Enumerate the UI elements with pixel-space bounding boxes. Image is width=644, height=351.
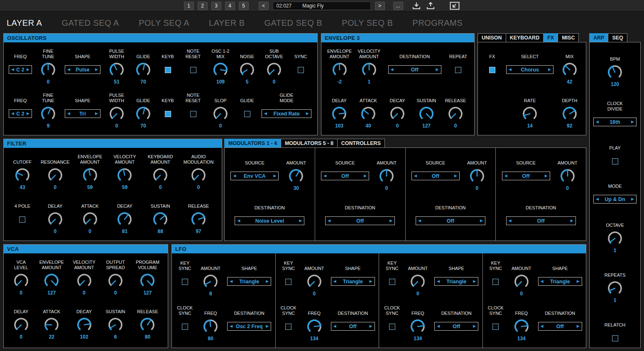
layer-a-tab[interactable]: LAYER A xyxy=(7,18,42,28)
glide-mode-select[interactable]: ◀Fixed Rate▶ xyxy=(262,109,311,118)
destination-select[interactable]: ◀Off▶ xyxy=(325,216,395,225)
decrement-icon[interactable]: ◀ xyxy=(333,280,336,283)
destination-select[interactable]: ◀Off▶ xyxy=(434,322,478,331)
destination-select[interactable]: ◀Off▶ xyxy=(331,322,375,331)
attack-knob[interactable] xyxy=(359,105,377,123)
increment-icon[interactable]: ▶ xyxy=(95,112,98,115)
keyb-checkbox[interactable] xyxy=(165,67,171,73)
arp-tab[interactable]: ARP xyxy=(589,33,608,42)
decrement-icon[interactable]: ◀ xyxy=(230,280,233,283)
upload-button[interactable] xyxy=(426,2,436,10)
decrement-icon[interactable]: ◀ xyxy=(333,324,336,328)
octave-knob[interactable] xyxy=(606,229,624,248)
decrement-icon[interactable]: ◀ xyxy=(437,324,440,328)
increment-icon[interactable]: ▶ xyxy=(299,219,302,223)
vca-level-knob[interactable] xyxy=(12,272,30,290)
fx-tab[interactable]: FX xyxy=(543,33,558,42)
play-checkbox[interactable] xyxy=(612,158,618,164)
increment-icon[interactable]: ▶ xyxy=(273,174,276,178)
sub-octave-knob[interactable] xyxy=(265,61,283,79)
repeats-knob[interactable] xyxy=(606,279,624,297)
freq-knob[interactable] xyxy=(201,317,220,336)
increment-icon[interactable]: ▶ xyxy=(27,68,29,71)
destination-select[interactable]: ◀Off▶ xyxy=(538,322,582,331)
clock-sync-checkbox[interactable] xyxy=(389,324,395,330)
decrement-icon[interactable]: ◀ xyxy=(11,68,14,71)
note-reset-checkbox[interactable] xyxy=(190,67,196,73)
velocity-amount-knob[interactable] xyxy=(115,166,134,184)
layer-b-tab[interactable]: LAYER B xyxy=(209,18,245,28)
decrement-icon[interactable]: ◀ xyxy=(230,324,233,328)
clock-divide-select[interactable]: ◀16th▶ xyxy=(593,118,637,126)
increment-icon[interactable]: ▶ xyxy=(306,112,309,115)
page-5-button[interactable]: 5 xyxy=(239,2,249,10)
increment-icon[interactable]: ▶ xyxy=(95,68,98,71)
shape-select[interactable]: ◀Triangle▶ xyxy=(538,277,582,286)
decrement-icon[interactable]: ◀ xyxy=(264,112,267,115)
select-select[interactable]: ◀Chorus▶ xyxy=(506,65,553,74)
fine-tune-knob[interactable] xyxy=(39,61,57,79)
decrement-icon[interactable]: ◀ xyxy=(504,174,507,178)
release-knob[interactable] xyxy=(189,210,208,228)
key-sync-checkbox[interactable] xyxy=(285,279,291,285)
audio-modulation-knob[interactable] xyxy=(189,166,208,184)
increment-icon[interactable]: ▶ xyxy=(473,280,476,283)
freq-knob[interactable] xyxy=(305,317,323,336)
decrement-icon[interactable]: ◀ xyxy=(414,174,417,178)
note-reset-checkbox[interactable] xyxy=(190,111,196,117)
source-select[interactable]: ◀Off▶ xyxy=(321,172,369,180)
page-3-button[interactable]: 3 xyxy=(211,2,221,10)
amount-knob[interactable] xyxy=(468,167,486,185)
shape-select[interactable]: ◀Tri▶ xyxy=(65,109,100,118)
source-select[interactable]: ◀Off▶ xyxy=(411,172,460,180)
gated-seq-b-tab[interactable]: GATED SEQ B xyxy=(264,18,323,28)
amount-knob[interactable] xyxy=(305,272,323,291)
decrement-icon[interactable]: ◀ xyxy=(596,197,599,201)
source-select[interactable]: ◀Env VCA▶ xyxy=(230,172,279,180)
amount-knob[interactable] xyxy=(377,167,396,185)
keyboard-panel-button[interactable] xyxy=(449,2,460,10)
pulse-width-knob[interactable] xyxy=(108,105,126,123)
osc-1-2-mix-knob[interactable] xyxy=(211,61,230,79)
rate-knob[interactable] xyxy=(521,105,539,123)
mix-knob[interactable] xyxy=(561,61,579,79)
key-sync-checkbox[interactable] xyxy=(182,279,188,285)
clock-sync-checkbox[interactable] xyxy=(182,324,188,330)
destination-select[interactable]: ◀Off▶ xyxy=(416,216,485,225)
depth-knob[interactable] xyxy=(561,105,579,123)
source-select[interactable]: ◀Off▶ xyxy=(502,172,550,180)
bpm-knob[interactable] xyxy=(606,63,624,81)
decrement-icon[interactable]: ◀ xyxy=(11,112,14,115)
envelope-amount-knob[interactable] xyxy=(42,272,61,290)
velocity-amount-knob[interactable] xyxy=(75,272,93,290)
decrement-icon[interactable]: ◀ xyxy=(233,174,236,178)
decrement-icon[interactable]: ◀ xyxy=(509,219,512,223)
increment-icon[interactable]: ▶ xyxy=(577,280,580,283)
page-1-button[interactable]: 1 xyxy=(184,2,194,10)
increment-icon[interactable]: ▶ xyxy=(266,324,269,328)
modulators-5-8-tab[interactable]: MODULATORS 5 - 8 xyxy=(281,139,338,148)
decrement-icon[interactable]: ◀ xyxy=(541,324,544,328)
decrement-icon[interactable]: ◀ xyxy=(67,68,70,71)
controllers-tab[interactable]: CONTROLLERS xyxy=(337,139,385,148)
release-knob[interactable] xyxy=(138,316,157,334)
repeat-checkbox[interactable] xyxy=(455,67,461,73)
shape-select[interactable]: ◀Triangle▶ xyxy=(331,277,375,286)
poly-seq-a-tab[interactable]: POLY SEQ A xyxy=(139,18,189,28)
increment-icon[interactable]: ▶ xyxy=(480,219,483,223)
mode-select[interactable]: ◀Up & Dn▶ xyxy=(593,195,637,204)
key-sync-checkbox[interactable] xyxy=(389,279,395,285)
amount-knob[interactable] xyxy=(409,272,427,291)
sustain-knob[interactable] xyxy=(106,316,125,334)
amount-knob[interactable] xyxy=(558,167,577,185)
envelope-amount-knob[interactable] xyxy=(81,166,99,184)
freq-select[interactable]: ◀C 2▶ xyxy=(9,65,32,74)
key-sync-checkbox[interactable] xyxy=(492,279,499,285)
decrement-icon[interactable]: ◀ xyxy=(596,120,599,124)
more-button[interactable]: ... xyxy=(393,2,403,10)
shape-select[interactable]: ◀Triangle▶ xyxy=(227,277,271,286)
increment-icon[interactable]: ▶ xyxy=(548,68,551,71)
glide-checkbox[interactable] xyxy=(244,111,250,117)
destination-select[interactable]: ◀Noise Level▶ xyxy=(235,216,304,225)
increment-icon[interactable]: ▶ xyxy=(545,174,548,178)
